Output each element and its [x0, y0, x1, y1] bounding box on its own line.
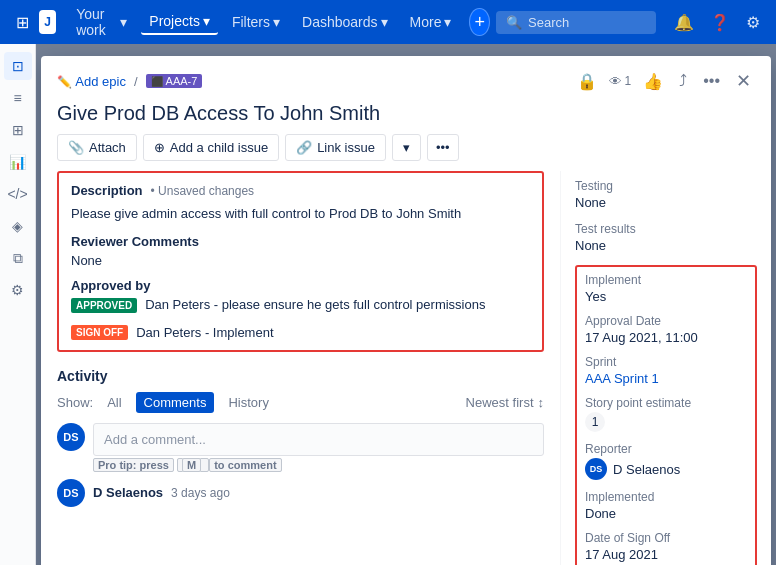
implemented-label: Implemented — [585, 490, 747, 504]
nav-more[interactable]: More ▾ — [402, 10, 460, 34]
pencil-icon: ✏️ — [57, 75, 72, 89]
header-actions: 🔒 👁 1 👍 ⤴ ••• ✕ — [573, 66, 756, 96]
field-implemented: Implemented Done — [585, 490, 747, 521]
field-story-point: Story point estimate 1 — [585, 396, 747, 432]
sign-off-value: 17 Aug 2021 — [585, 547, 747, 562]
comment-input-wrapper: Add a comment... Pro tip: press M to com… — [93, 423, 544, 471]
modal-overlay: ✏️ Add epic / ⬛ AAA-7 🔒 👁 1 👍 — [36, 44, 776, 565]
signoff-text: Dan Peters - Implement — [136, 325, 273, 340]
nav-projects[interactable]: Projects ▾ — [141, 9, 218, 35]
search-icon: 🔍 — [506, 15, 522, 30]
story-point-label: Story point estimate — [585, 396, 747, 410]
link-issue-button[interactable]: 🔗 Link issue — [285, 134, 386, 161]
comment-input[interactable]: Add a comment... — [93, 423, 544, 456]
approved-row: APPROVED Dan Peters - please ensure he g… — [71, 297, 530, 313]
chevron-down-icon: ▾ — [444, 14, 451, 30]
reviewer-label: Reviewer Comments — [71, 234, 530, 249]
commenter-name: D Selaenos — [93, 485, 163, 500]
commenter-info: D Selaenos 3 days ago — [93, 485, 230, 500]
sidebar-settings-icon[interactable]: ⚙ — [4, 276, 32, 304]
implement-value: Yes — [585, 289, 747, 304]
implement-label: Implement — [585, 273, 747, 287]
approval-date-label: Approval Date — [585, 314, 747, 328]
settings-icon[interactable]: ⚙ — [742, 9, 764, 36]
activity-section: Activity Show: All Comments History Newe… — [57, 364, 544, 507]
lock-icon[interactable]: 🔒 — [573, 68, 601, 95]
signoff-row: SIGN OFF Dan Peters - Implement — [71, 325, 530, 340]
activity-filter-row: Show: All Comments History Newest first … — [57, 392, 544, 413]
hotkey-badge: M — [177, 458, 209, 472]
chevron-down-icon: ▾ — [120, 14, 127, 30]
approved-badge: APPROVED — [71, 298, 137, 313]
left-sidebar: ⊡ ≡ ⊞ 📊 </> ◈ ⧉ ⚙ — [0, 44, 36, 565]
description-header: Description • Unsaved changes — [71, 183, 530, 198]
sort-button[interactable]: Newest first ↕ — [466, 395, 544, 410]
thumbs-up-button[interactable]: 👍 — [639, 68, 667, 95]
field-approval-date: Approval Date 17 Aug 2021, 11:00 — [585, 314, 747, 345]
add-epic-link[interactable]: ✏️ Add epic — [57, 74, 126, 89]
implemented-value: Done — [585, 506, 747, 521]
issue-title: Give Prod DB Access To John Smith — [57, 100, 755, 126]
activity-title: Activity — [57, 368, 544, 384]
sidebar-code-icon[interactable]: </> — [4, 180, 32, 208]
sprint-label: Sprint — [585, 355, 747, 369]
epic-badge[interactable]: ⬛ AAA-7 — [146, 74, 203, 88]
reporter-row: DS D Selaenos — [585, 458, 747, 480]
sidebar-board-icon[interactable]: ⊞ — [4, 116, 32, 144]
pro-tip: Pro tip: press M to comment — [93, 459, 544, 471]
signoff-badge: SIGN OFF — [71, 325, 128, 340]
notifications-icon[interactable]: 🔔 — [670, 9, 698, 36]
sidebar-components-icon[interactable]: ⧉ — [4, 244, 32, 272]
attach-button[interactable]: 📎 Attach — [57, 134, 137, 161]
field-reporter: Reporter DS D Selaenos — [585, 442, 747, 480]
modal-body: Description • Unsaved changes Please giv… — [41, 171, 771, 565]
story-point-value: 1 — [585, 412, 605, 432]
nav-filters[interactable]: Filters ▾ — [224, 10, 288, 34]
sign-off-label: Date of Sign Off — [585, 531, 747, 545]
create-button[interactable]: + — [469, 8, 490, 36]
content-area: ✏️ Add epic / ⬛ AAA-7 🔒 👁 1 👍 — [36, 44, 776, 565]
sidebar-pages-icon[interactable]: ◈ — [4, 212, 32, 240]
commenter-avatar: DS — [57, 479, 85, 507]
field-test-results: Test results None — [575, 222, 757, 253]
show-label: Show: — [57, 395, 93, 410]
help-icon[interactable]: ❓ — [706, 9, 734, 36]
grid-icon[interactable]: ⊞ — [12, 9, 33, 36]
field-implement: Implement Yes — [585, 273, 747, 304]
paperclip-icon: 📎 — [68, 140, 84, 155]
field-sign-off: Date of Sign Off 17 Aug 2021 — [585, 531, 747, 562]
test-results-label: Test results — [575, 222, 757, 236]
nav-dashboards[interactable]: Dashboards ▾ — [294, 10, 396, 34]
sidebar-home-icon[interactable]: ⊡ — [4, 52, 32, 80]
dropdown-button[interactable]: ▾ — [392, 134, 421, 161]
filter-comments-button[interactable]: Comments — [136, 392, 215, 413]
chevron-down-icon: ▾ — [273, 14, 280, 30]
breadcrumb-separator: / — [134, 74, 138, 89]
watch-button[interactable]: 👁 1 — [609, 74, 632, 89]
commenter-row: DS D Selaenos 3 days ago — [57, 479, 544, 507]
filter-all-button[interactable]: All — [99, 392, 129, 413]
modal-title-row: Give Prod DB Access To John Smith — [41, 96, 771, 134]
description-text[interactable]: Please give admin access with full contr… — [71, 204, 530, 224]
more-options-button[interactable]: ••• — [699, 68, 724, 94]
search-bar[interactable]: 🔍 Search — [496, 11, 656, 34]
close-button[interactable]: ✕ — [732, 66, 755, 96]
filter-history-button[interactable]: History — [220, 392, 276, 413]
left-panel: Description • Unsaved changes Please giv… — [41, 171, 561, 565]
share-button[interactable]: ⤴ — [675, 68, 691, 94]
modal-header: ✏️ Add epic / ⬛ AAA-7 🔒 👁 1 👍 — [41, 56, 771, 96]
sprint-value[interactable]: AAA Sprint 1 — [585, 371, 747, 386]
sidebar-chart-icon[interactable]: 📊 — [4, 148, 32, 176]
chevron-down-icon: ▾ — [381, 14, 388, 30]
more-actions-button[interactable]: ••• — [427, 134, 459, 161]
reviewer-value: None — [71, 253, 530, 268]
nav-your-work[interactable]: Your work ▾ — [68, 2, 135, 42]
action-buttons-row: 📎 Attach ⊕ Add a child issue 🔗 Link issu… — [41, 134, 771, 171]
commenter-time: 3 days ago — [171, 486, 230, 500]
sidebar-list-icon[interactable]: ≡ — [4, 84, 32, 112]
eye-icon: 👁 — [609, 74, 622, 89]
main-layout: ⊡ ≡ ⊞ 📊 </> ◈ ⧉ ⚙ ✏️ Add epic / ⬛ AAA-7 — [0, 44, 776, 565]
app-logo: J — [39, 10, 56, 34]
approved-by-label: Approved by — [71, 278, 530, 293]
add-child-issue-button[interactable]: ⊕ Add a child issue — [143, 134, 279, 161]
